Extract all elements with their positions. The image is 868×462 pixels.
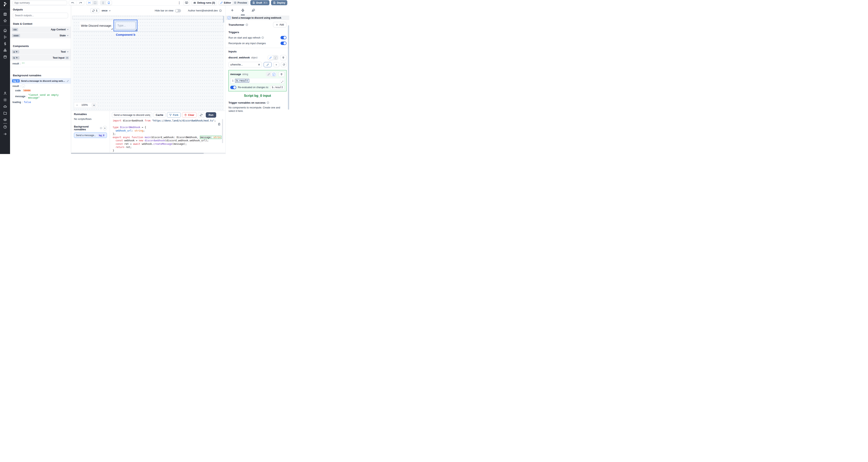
collapse-toggle[interactable]	[65, 57, 69, 59]
recompute-toggle[interactable]	[280, 41, 286, 45]
app-canvas[interactable]: Write Discord message: Type... Component…	[72, 16, 224, 111]
reeval-toggle[interactable]	[230, 86, 236, 89]
connect-button[interactable]	[278, 72, 285, 77]
play-icon[interactable]	[3, 35, 7, 39]
eye-icon[interactable]	[3, 118, 7, 122]
expression-value[interactable]: b.result	[235, 79, 249, 82]
add-resource-button[interactable]: +	[273, 62, 279, 67]
book-icon	[185, 1, 188, 4]
static-mode-button[interactable]	[268, 56, 273, 60]
runnable-item-bg0[interactable]: Send a message... bg_0	[74, 133, 107, 138]
storefront-icon[interactable]	[3, 12, 7, 16]
script-icon: f	[273, 73, 275, 76]
interval-select[interactable]: once	[102, 9, 111, 12]
horizontal-scrollbar-thumb[interactable]	[71, 153, 204, 154]
run-on-start-toggle[interactable]	[280, 36, 286, 39]
refresh-icon	[282, 63, 285, 66]
robot-icon[interactable]	[3, 105, 7, 108]
undo-button[interactable]	[69, 1, 76, 5]
topbar: ⋮ Debug runs (3) Editor Preview Draft⌘S	[10, 0, 289, 6]
add-background-runnable-button[interactable]: +	[103, 126, 107, 130]
zoom-out-button[interactable]: −	[76, 103, 78, 107]
more-menu-button[interactable]: ⋮	[177, 1, 182, 5]
bg0-message-row: message: "Cannot send an empty message"	[13, 93, 71, 100]
selected-component-b[interactable]: Type...	[114, 20, 137, 31]
expand-icon	[94, 1, 96, 4]
star-icon[interactable]	[3, 19, 7, 23]
windmill-logo[interactable]	[2, 2, 8, 7]
deploy-button[interactable]: Deploy	[271, 0, 287, 5]
clear-resource-icon[interactable]: ✕	[258, 63, 260, 66]
code-editor[interactable]: import discordwebhook from "https://deno…	[112, 119, 223, 153]
plus-icon	[276, 24, 278, 26]
runnable-name: Send a message...	[76, 134, 96, 137]
settings-icon[interactable]	[3, 98, 7, 102]
output-row-component-a[interactable]: a Text	[10, 49, 71, 55]
static-mode-button[interactable]	[266, 72, 271, 76]
canvas-scrollbar[interactable]	[223, 16, 224, 23]
refresh-count-button[interactable]: 1	[90, 8, 99, 13]
app-summary-input[interactable]	[12, 1, 67, 5]
zoom-in-button[interactable]: +	[91, 103, 97, 107]
debug-runs-button[interactable]: Debug runs (3)	[191, 0, 217, 5]
text-input-component[interactable]: Type...	[115, 22, 135, 29]
dollar-icon[interactable]	[3, 42, 7, 45]
resize-handle[interactable]	[111, 28, 113, 30]
help-icon[interactable]	[3, 125, 7, 129]
reeval-target[interactable]: b.result	[270, 85, 284, 89]
calendar-icon[interactable]	[3, 55, 7, 59]
input-mode-group: f	[268, 55, 278, 60]
laptop-icon	[107, 1, 110, 4]
text-component-a[interactable]: Write Discord message:	[80, 22, 113, 30]
connect-button[interactable]	[280, 55, 286, 60]
resize-handle[interactable]	[135, 29, 136, 31]
hide-bar-toggle[interactable]	[175, 9, 181, 12]
refresh-resource-button[interactable]	[281, 62, 286, 67]
comp-a-key: a	[13, 51, 15, 53]
output-row-component-b[interactable]: b Text Input	[10, 55, 71, 61]
run-button[interactable]: Run	[206, 112, 216, 118]
script-name-input[interactable]	[112, 112, 152, 118]
tab-editor[interactable]: Editor	[219, 1, 232, 5]
tab-styling[interactable]	[252, 8, 255, 14]
run-on-start-label: Run on start and app refresh	[228, 36, 260, 39]
tab-insert-component[interactable]	[230, 8, 234, 14]
boxes-icon[interactable]	[3, 48, 7, 52]
center-align-button[interactable]	[86, 1, 92, 5]
search-outputs-input[interactable]	[13, 13, 68, 18]
code-scrollbar[interactable]	[222, 119, 223, 143]
folder-icon[interactable]	[3, 111, 7, 115]
refresh-icon	[200, 113, 203, 117]
desktop-view-button[interactable]	[106, 1, 112, 5]
tab-preview[interactable]: Preview	[232, 1, 248, 5]
resource-picker[interactable]: u/henri/te... ✕	[228, 62, 262, 67]
eval-mode-button[interactable]: f	[273, 56, 278, 60]
expression-editor[interactable]: 1 b.result	[230, 78, 285, 83]
copy-code-icon[interactable]	[218, 123, 221, 126]
output-row-ctx[interactable]: ctx App Context	[10, 27, 71, 33]
docs-button[interactable]	[183, 0, 190, 5]
expand-editor-button[interactable]	[280, 80, 284, 84]
user-icon[interactable]	[3, 91, 7, 95]
mobile-view-button[interactable]	[100, 1, 106, 5]
settings-scrollbar[interactable]	[288, 25, 289, 110]
rerun-button[interactable]	[198, 112, 204, 118]
cache-button[interactable]: Cache	[154, 112, 165, 118]
home-icon[interactable]	[3, 29, 7, 32]
clear-button[interactable]: Clear	[182, 112, 196, 118]
eval-mode-button[interactable]: f	[271, 72, 276, 76]
fullscreen-button[interactable]	[92, 1, 98, 5]
output-row-state[interactable]: state State	[10, 33, 71, 38]
add-transformer-button[interactable]: Add	[273, 22, 286, 28]
edit-resource-button[interactable]	[264, 62, 272, 67]
arrow-right-icon[interactable]	[3, 132, 7, 136]
input-mode-group: f	[266, 72, 277, 77]
tab-component-settings[interactable]	[241, 8, 245, 15]
draft-button[interactable]: Draft⌘S	[250, 0, 270, 5]
collapse-result-button[interactable]: -	[22, 85, 25, 88]
fork-button[interactable]: Fork	[167, 112, 181, 118]
bg0-row[interactable]: bg_0 Send a message to discord using web…	[10, 78, 71, 84]
redo-button[interactable]	[76, 1, 84, 5]
comp-b-result-row: result: ""	[10, 61, 71, 67]
author-label: Author henri@windmill.dev	[188, 9, 218, 12]
